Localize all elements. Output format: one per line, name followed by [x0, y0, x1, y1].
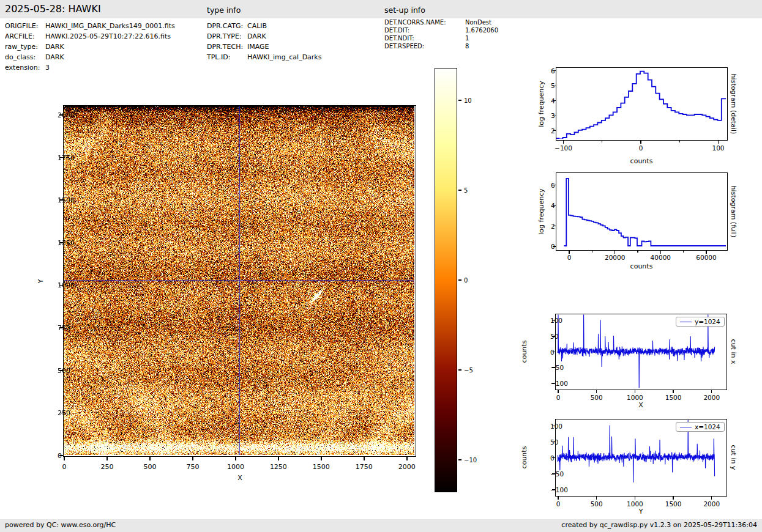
header-bar: [0, 0, 762, 18]
x-tick-label: 250: [100, 463, 113, 471]
legend-line-sample: [680, 427, 692, 427]
x-tick-mark: [569, 251, 569, 254]
y-tick-label: −50: [550, 470, 564, 478]
x-tick-label: 500: [591, 394, 603, 401]
x-tick-mark: [673, 390, 673, 393]
y-tick-label: 50: [550, 438, 558, 446]
colorbar-tick-mark: [458, 369, 461, 370]
x-tick-mark: [106, 457, 108, 460]
y-tick-label: 6: [551, 67, 555, 75]
meta-value: DARK: [247, 32, 266, 40]
histogram-full-plot: [556, 172, 728, 251]
x-tick-mark: [635, 497, 635, 500]
main-yaxis-label: Y: [37, 279, 45, 284]
qc-report-page: 2025-05-28: HAWKI type info set-up info …: [0, 0, 762, 532]
x-tick-mark: [718, 141, 719, 144]
cut-x-xlabel: X: [638, 401, 643, 409]
meta-row: DPR.TECH:IMAGE: [207, 42, 321, 52]
hist-full-ylabel: log frequency: [537, 188, 545, 234]
y-tick-label: 100: [550, 423, 562, 430]
x-tick-label: −100: [555, 144, 572, 152]
x-tick-mark: [192, 457, 193, 460]
x-tick-label: 0: [556, 394, 561, 401]
meta-label: do_class:: [5, 52, 45, 62]
x-tick-mark: [558, 390, 558, 393]
x-tick-mark: [563, 141, 564, 144]
meta-value: 3: [45, 64, 50, 72]
y-tick-label: 1750: [58, 153, 75, 161]
meta-row: ARCFILE:HAWKI.2025-05-29T10:27:22.616.fi…: [5, 31, 175, 42]
histogram-full-curve: [556, 173, 726, 249]
meta-label: TPL.ID:: [207, 52, 247, 62]
x-minor-tick-mark: [592, 251, 592, 253]
main-xaxis-label: X: [237, 474, 242, 482]
colorbar-tick-mark: [458, 100, 461, 100]
footer-left-text: powered by QC: www.eso.org/HC: [5, 521, 116, 529]
type-info-block: DPR.CATG:CALIBDPR.TYPE:DARKDPR.TECH:IMAG…: [207, 21, 321, 62]
meta-row: DPR.CATG:CALIB: [207, 21, 321, 31]
meta-label: ARCFILE:: [5, 31, 45, 42]
legend-label: x=1024: [695, 423, 720, 430]
x-tick-mark: [235, 457, 236, 460]
x-tick-label: 1250: [270, 463, 287, 471]
meta-label: DET.DIT:: [384, 26, 465, 34]
x-tick-mark: [711, 390, 712, 393]
colorbar-tick-label: 10: [464, 97, 472, 104]
x-tick-mark: [364, 457, 365, 460]
meta-label: DPR.CATG:: [207, 21, 247, 31]
y-tick-label: 2: [551, 127, 555, 135]
cut-y-right-label: cut in y: [730, 445, 738, 470]
colorbar-tick-mark: [458, 279, 461, 280]
meta-value: 8: [465, 43, 469, 50]
setup-info-heading: set-up info: [384, 6, 425, 15]
y-tick-label: 50: [550, 333, 558, 340]
x-tick-label: 0: [556, 500, 561, 508]
x-tick-mark: [406, 457, 408, 460]
x-minor-tick-mark: [637, 251, 638, 253]
x-tick-mark: [635, 390, 635, 393]
y-tick-label: 6: [551, 182, 555, 189]
x-tick-mark: [640, 141, 641, 144]
x-tick-mark: [596, 390, 597, 393]
hist-detail-xlabel: counts: [630, 157, 653, 165]
meta-value: 1: [465, 35, 469, 42]
meta-value: DARK: [45, 43, 64, 51]
x-tick-label: 0: [639, 144, 643, 152]
x-tick-label: 1000: [227, 463, 244, 471]
colorbar-tick-label: 5: [464, 187, 468, 194]
meta-label: DPR.TYPE:: [207, 31, 247, 42]
x-tick-label: 100: [712, 144, 724, 152]
y-tick-label: 1500: [58, 196, 75, 204]
meta-row: DET.NDIT:1: [384, 34, 498, 42]
legend-line-sample: [680, 322, 692, 322]
cut-in-y-legend: x=1024: [676, 422, 725, 432]
meta-value: DARK: [45, 53, 64, 61]
y-tick-label: −100: [550, 486, 568, 493]
meta-row: DET.DIT:1.6762060: [384, 26, 498, 34]
footer-right-text: created by qc_rawdisp.py v1.2.3 on 2025-…: [561, 521, 757, 529]
x-tick-mark: [614, 251, 615, 254]
meta-row: extension:3: [5, 62, 175, 73]
y-tick-label: 1000: [58, 281, 75, 289]
cut-x-right-label: cut in x: [730, 339, 738, 364]
cut-y-xlabel: Y: [639, 508, 643, 515]
y-tick-label: 4: [551, 202, 555, 209]
colorbar-tick-label: 0: [464, 277, 468, 284]
y-tick-label: 4: [551, 97, 555, 105]
y-tick-label: 250: [58, 409, 70, 417]
x-tick-mark: [596, 497, 597, 500]
x-tick-label: 1500: [665, 500, 682, 508]
meta-row: DET.NCORRS.NAME:NonDest: [384, 18, 498, 26]
x-tick-label: 0: [567, 254, 572, 261]
y-tick-label: 500: [58, 366, 70, 374]
y-tick-label: 2: [551, 223, 555, 230]
x-minor-tick-mark: [683, 251, 684, 253]
colorbar: [435, 68, 457, 492]
meta-label: raw_type:: [5, 42, 45, 52]
hist-detail-ylabel: log frequency: [537, 81, 545, 127]
histogram-detail-curve: [556, 68, 726, 139]
x-tick-mark: [660, 251, 661, 254]
cut-in-x-legend: y=1024: [676, 317, 725, 327]
y-tick-label: 3: [551, 112, 555, 119]
meta-value: HAWKI_img_cal_Darks: [247, 53, 321, 61]
